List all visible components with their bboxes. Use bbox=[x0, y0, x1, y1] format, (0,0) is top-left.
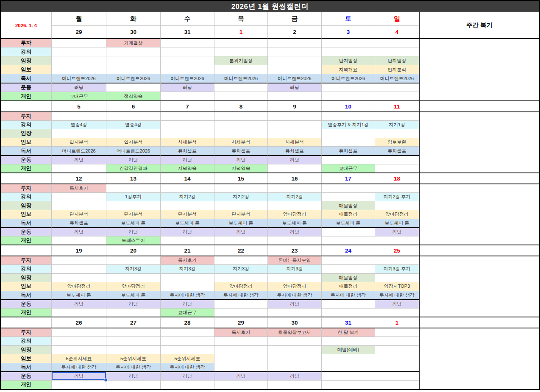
category-label-reading[interactable]: 독서 bbox=[1, 363, 51, 372]
category-label-investment[interactable]: 투자 bbox=[1, 183, 51, 192]
date-cell-w2-sun[interactable]: 18 bbox=[375, 172, 419, 183]
category-label-personal[interactable]: 개인 bbox=[1, 164, 51, 173]
event-cell-w1-investment-tue[interactable] bbox=[106, 111, 160, 120]
event-cell-w0-personal-tue[interactable]: 점심약속 bbox=[106, 92, 160, 100]
event-cell-w1-report-fri[interactable]: 시세분석 bbox=[267, 138, 321, 147]
event-cell-w4-reading-thu[interactable] bbox=[214, 363, 267, 372]
date-cell-w0-sat[interactable]: 3 bbox=[321, 25, 375, 38]
event-cell-w4-lecture-tue[interactable] bbox=[106, 336, 160, 345]
event-cell-w4-exercise-wed[interactable]: 러닝 bbox=[160, 371, 214, 380]
event-cell-w3-exercise-mon[interactable]: 러닝 bbox=[51, 299, 106, 308]
event-cell-w1-reading-tue[interactable]: 머니트렌드2026 bbox=[106, 146, 160, 155]
event-cell-w3-lecture-thu[interactable]: 지기3강 bbox=[214, 264, 267, 273]
event-cell-w2-site-visit-tue[interactable] bbox=[106, 201, 160, 210]
event-cell-w0-reading-thu[interactable]: 머니트렌드2026 bbox=[214, 74, 267, 83]
category-label-exercise[interactable]: 운동 bbox=[1, 83, 51, 92]
event-cell-w1-exercise-mon[interactable]: 러닝 bbox=[51, 155, 106, 164]
event-cell-w3-exercise-tue[interactable]: 러닝 bbox=[106, 299, 160, 308]
event-cell-w3-exercise-sat[interactable] bbox=[321, 299, 375, 308]
event-cell-w0-investment-tue[interactable]: 가계결산 bbox=[106, 38, 160, 47]
day-header-wed[interactable]: 수 bbox=[160, 12, 214, 25]
date-cell-w2-tue[interactable]: 13 bbox=[106, 172, 160, 183]
event-cell-w1-investment-fri[interactable] bbox=[267, 111, 321, 120]
event-cell-w3-reading-tue[interactable]: 보도셰퍼 돈 bbox=[106, 291, 160, 300]
week-spacer-w1[interactable] bbox=[1, 100, 51, 111]
event-cell-w0-report-thu[interactable] bbox=[214, 65, 267, 74]
event-cell-w1-investment-thu[interactable] bbox=[214, 111, 267, 120]
event-cell-w1-report-thu[interactable]: 시세분석 bbox=[214, 138, 267, 147]
event-cell-w2-personal-thu[interactable] bbox=[214, 236, 267, 245]
date-cell-w1-fri[interactable]: 9 bbox=[267, 100, 321, 111]
event-cell-w1-personal-mon[interactable] bbox=[51, 164, 106, 173]
date-cell-w4-wed[interactable]: 28 bbox=[160, 317, 214, 328]
date-cell-w0-fri[interactable]: 2 bbox=[267, 25, 321, 38]
date-cell-w2-thu[interactable]: 15 bbox=[214, 172, 267, 183]
event-cell-w4-lecture-fri[interactable] bbox=[267, 336, 321, 345]
date-cell-w2-fri[interactable]: 16 bbox=[267, 172, 321, 183]
date-cell-w3-wed[interactable]: 21 bbox=[160, 245, 214, 256]
event-cell-w1-exercise-wed[interactable]: 러닝 bbox=[160, 155, 214, 164]
event-cell-w3-report-sat[interactable]: 매물정리 bbox=[321, 282, 375, 291]
event-cell-w2-report-thu[interactable]: 단지분석 bbox=[214, 210, 267, 219]
event-cell-w4-exercise-sat[interactable] bbox=[321, 371, 375, 380]
event-cell-w4-exercise-sun[interactable] bbox=[375, 371, 419, 380]
event-cell-w3-site-visit-wed[interactable] bbox=[160, 273, 214, 282]
event-cell-w4-site-visit-fri[interactable] bbox=[267, 345, 321, 354]
event-cell-w2-report-mon[interactable]: 단지분석 bbox=[51, 210, 106, 219]
event-cell-w4-report-fri[interactable] bbox=[267, 354, 321, 363]
event-cell-w3-lecture-sun[interactable]: 지기3강 후기 bbox=[375, 264, 419, 273]
event-cell-w2-exercise-sun[interactable]: 러닝 bbox=[375, 227, 419, 236]
event-cell-w0-exercise-sat[interactable] bbox=[321, 83, 375, 92]
event-cell-w3-investment-fri[interactable]: 돈버는독서모임 bbox=[267, 256, 321, 264]
event-cell-w2-site-visit-sat[interactable]: 매물임장 bbox=[321, 201, 375, 210]
category-label-investment[interactable]: 투자 bbox=[1, 256, 51, 264]
event-cell-w0-investment-sat[interactable] bbox=[321, 38, 375, 47]
event-cell-w4-site-visit-wed[interactable] bbox=[160, 345, 214, 354]
category-label-site-visit[interactable]: 임장 bbox=[1, 129, 51, 138]
event-cell-w1-personal-tue[interactable]: 건강검진결과 bbox=[106, 164, 160, 173]
event-cell-w2-report-tue[interactable]: 단지분석 bbox=[106, 210, 160, 219]
event-cell-w1-site-visit-tue[interactable] bbox=[106, 129, 160, 138]
event-cell-w2-lecture-tue[interactable]: 1강후기 bbox=[106, 192, 160, 201]
event-cell-w3-lecture-mon[interactable] bbox=[51, 264, 106, 273]
event-cell-w4-personal-sat[interactable] bbox=[321, 380, 375, 389]
event-cell-w0-report-fri[interactable] bbox=[267, 65, 321, 74]
date-cell-w3-mon[interactable]: 19 bbox=[51, 245, 106, 256]
event-cell-w0-personal-sun[interactable] bbox=[375, 92, 419, 100]
event-cell-w4-lecture-thu[interactable] bbox=[214, 336, 267, 345]
weekly-review-cell-w2[interactable] bbox=[419, 183, 539, 245]
event-cell-w1-personal-fri[interactable] bbox=[267, 164, 321, 173]
event-cell-w4-investment-tue[interactable] bbox=[106, 328, 160, 336]
event-cell-w1-site-visit-wed[interactable] bbox=[160, 129, 214, 138]
event-cell-w2-investment-fri[interactable] bbox=[267, 183, 321, 192]
weekly-review-strip-w1[interactable] bbox=[419, 100, 539, 111]
date-cell-w3-tue[interactable]: 20 bbox=[106, 245, 160, 256]
event-cell-w3-investment-mon[interactable] bbox=[51, 256, 106, 264]
event-cell-w4-report-thu[interactable] bbox=[214, 354, 267, 363]
event-cell-w4-site-visit-sat[interactable]: 매임(예비) bbox=[321, 345, 375, 354]
date-cell-w3-fri[interactable]: 23 bbox=[267, 245, 321, 256]
category-label-lecture[interactable]: 강의 bbox=[1, 264, 51, 273]
weekly-review-cell-w0[interactable] bbox=[419, 38, 539, 100]
event-cell-w3-report-thu[interactable]: 앞마당정리 bbox=[214, 282, 267, 291]
event-cell-w1-reading-fri[interactable]: 퓨처셀프 bbox=[267, 146, 321, 155]
date-cell-w1-wed[interactable]: 7 bbox=[160, 100, 214, 111]
event-cell-w4-lecture-sun[interactable] bbox=[375, 336, 419, 345]
event-cell-w0-investment-fri[interactable] bbox=[267, 38, 321, 47]
date-cell-w4-sun[interactable]: 1 bbox=[375, 317, 419, 328]
event-cell-w3-personal-sat[interactable] bbox=[321, 308, 375, 317]
event-cell-w4-reading-mon[interactable]: 투자에 대한 생각 bbox=[51, 363, 106, 372]
event-cell-w0-reading-mon[interactable]: 머니트렌드2026 bbox=[51, 74, 106, 83]
event-cell-w2-reading-wed[interactable]: 보도셰퍼 돈 bbox=[160, 219, 214, 228]
date-cell-w1-sat[interactable]: 10 bbox=[321, 100, 375, 111]
event-cell-w3-exercise-fri[interactable]: 러닝 bbox=[267, 299, 321, 308]
event-cell-w1-lecture-tue[interactable]: 열중4강 bbox=[106, 120, 160, 129]
day-header-thu[interactable]: 목 bbox=[214, 12, 267, 25]
category-label-personal[interactable]: 개인 bbox=[1, 236, 51, 245]
corner-date-label[interactable]: 2026. 1. 4 bbox=[1, 12, 51, 38]
event-cell-w0-lecture-wed[interactable] bbox=[160, 47, 214, 56]
category-label-exercise[interactable]: 운동 bbox=[1, 155, 51, 164]
event-cell-w1-reading-sat[interactable]: 퓨처셀프 bbox=[321, 146, 375, 155]
event-cell-w3-site-visit-sun[interactable] bbox=[375, 273, 419, 282]
event-cell-w0-site-visit-tue[interactable] bbox=[106, 56, 160, 65]
